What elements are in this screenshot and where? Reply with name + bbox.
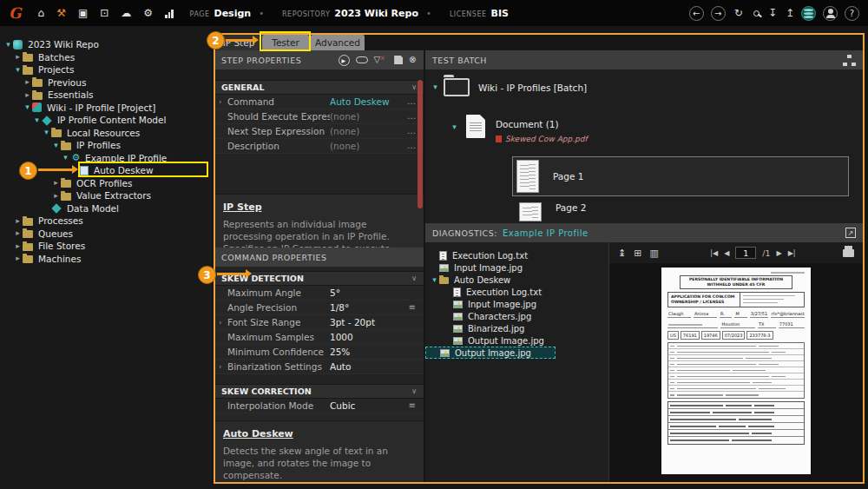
expander-icon[interactable]: ▾ [431, 83, 440, 91]
property-row-description[interactable]: Description (none) … [214, 139, 424, 154]
property-row-angle-precision[interactable]: Angle Precision 1/8° ≡ [214, 301, 424, 315]
property-value[interactable]: (none) [330, 141, 407, 151]
diag-file-characters[interactable]: Characters.jpg [425, 310, 608, 322]
expander-icon[interactable]: ▾ [450, 123, 459, 131]
ellipsis-icon[interactable]: … [407, 127, 416, 135]
property-value[interactable]: 25% [330, 347, 416, 357]
cloud-icon[interactable]: ☁ [121, 8, 131, 18]
tree-node-queues[interactable]: ▸ Queues [0, 228, 212, 241]
expander-icon[interactable]: ▸ [13, 254, 23, 262]
cancel-icon[interactable]: ⊗ [409, 56, 417, 64]
back-icon[interactable]: ← [689, 6, 704, 21]
property-value[interactable]: (none) [330, 111, 407, 122]
machines-icon[interactable]: ⚙ [143, 8, 153, 18]
upload-icon[interactable]: ↥ [786, 8, 794, 18]
group-general[interactable]: GENERAL ∨ [214, 80, 424, 95]
expander-icon[interactable]: ▾ [32, 116, 42, 124]
open-external-icon[interactable]: ↗ [845, 228, 856, 238]
forward-icon[interactable]: → [711, 6, 726, 21]
expander-icon[interactable]: ▾ [61, 154, 70, 162]
property-value[interactable]: 3pt - 20pt [330, 317, 416, 327]
expander-icon[interactable]: ▾ [42, 129, 51, 136]
page-2-item[interactable]: Page 2 [516, 202, 849, 223]
ellipsis-icon[interactable]: … [407, 112, 416, 121]
expander-icon[interactable]: ▸ [13, 217, 23, 225]
expander-icon[interactable]: ▸ [13, 229, 23, 237]
expander-icon[interactable]: ▾ [23, 103, 32, 111]
expander-icon[interactable]: ▸ [13, 53, 23, 61]
download-icon[interactable]: ↧ [768, 8, 777, 18]
next-page-icon[interactable]: ▶ [777, 249, 782, 257]
tree-node-local-resources[interactable]: ▾ Local Resources [0, 127, 212, 140]
expander-icon[interactable]: ▸ [13, 242, 23, 250]
stats-icon[interactable] [165, 9, 174, 18]
print-icon[interactable] [843, 249, 854, 257]
batch-root-node[interactable]: ▾ Wiki - IP Profiles [Batch] [431, 78, 587, 96]
expander-icon[interactable]: ▾ [430, 276, 439, 284]
page-1-item[interactable]: Page 1 [512, 156, 849, 196]
property-row-interpolation-mode[interactable]: Interpolation Mode Cubic ≡ [214, 399, 424, 413]
tab-tester[interactable]: Tester [262, 35, 309, 50]
previous-page-icon[interactable]: ◀ [724, 249, 729, 257]
property-value[interactable]: Auto [330, 361, 416, 372]
expander-icon[interactable]: ▸ [51, 179, 61, 187]
tree-node-wiki-ip-profile-project[interactable]: ▾ Wiki - IP Profile [Project] [0, 102, 212, 115]
last-page-icon[interactable]: ▶| [788, 249, 796, 257]
property-row-command[interactable]: › Command Auto Deskew … [214, 95, 424, 109]
tree-node-essentials[interactable]: ▸ Essentials [0, 89, 212, 102]
imports-icon[interactable]: ⊡ [100, 8, 108, 18]
vertical-scrollbar[interactable] [418, 80, 423, 208]
tree-node-previous[interactable]: ▸ Previous [0, 76, 212, 89]
tree-node-ip-profiles[interactable]: ▾ IP Profiles [0, 139, 212, 152]
expander-icon[interactable]: ▾ [3, 41, 13, 49]
run-step-icon[interactable]: ▶ [339, 55, 350, 66]
pages-view-icon[interactable]: ▥ [649, 248, 658, 258]
diag-file-input-image-2[interactable]: Input Image.jpg [425, 298, 608, 310]
preview-toggle-icon[interactable] [356, 56, 368, 63]
tree-node-projects[interactable]: ▾ Projects [0, 63, 212, 76]
hierarchy-view-icon[interactable] [843, 55, 856, 66]
viewer-canvas[interactable]: PERSONALLY IDENTIFIABLE INFORMATION WITH… [609, 263, 863, 483]
tree-node-processes[interactable]: ▸ Processes [0, 215, 212, 228]
diag-file-execution-log[interactable]: Execution Log.txt [425, 249, 608, 261]
tab-advanced[interactable]: Advanced [311, 35, 365, 50]
diag-file-execution-log-2[interactable]: Execution Log.txt [425, 286, 608, 298]
property-value[interactable]: Cubic [330, 400, 409, 411]
property-value[interactable]: 1/8° [330, 302, 409, 313]
property-row-maximum-angle[interactable]: Maximum Angle 5° [214, 286, 424, 301]
property-row-should-execute[interactable]: Should Execute Expression (none) … [214, 109, 424, 124]
tree-node-batches[interactable]: ▸ Batches [0, 51, 212, 64]
tree-node-file-stores[interactable]: ▸ File Stores [0, 240, 212, 253]
diag-folder-auto-deskew[interactable]: ▾ Auto Deskew [425, 274, 608, 286]
property-row-maximum-samples[interactable]: Maximum Samples 1000 [214, 330, 424, 345]
ellipsis-icon[interactable]: … [407, 142, 416, 150]
ellipsis-icon[interactable]: … [407, 97, 416, 106]
expander-icon[interactable]: ▸ [23, 91, 32, 99]
group-skew-correction[interactable]: SKEW CORRECTION ∨ [214, 384, 424, 399]
help-icon[interactable]: ? [845, 6, 859, 21]
diag-file-output-image-selected[interactable]: Output Image.jpg [425, 347, 556, 359]
diag-file-input-image[interactable]: Input Image.jpg [425, 261, 608, 274]
diag-file-binarized[interactable]: Binarized.jpg [425, 322, 608, 334]
search-icon[interactable] [753, 10, 760, 17]
batch-document-node[interactable]: ▾ Document (1) Skewed Cow App.pdf [450, 115, 588, 143]
diag-file-output-image-2[interactable]: Output Image.jpg [425, 334, 608, 347]
database-icon[interactable] [801, 6, 816, 21]
tree-node-machines[interactable]: ▸ Machines [0, 253, 212, 266]
property-row-next-step[interactable]: Next Step Expression (none) … [214, 124, 424, 139]
menu-icon[interactable]: ≡ [409, 303, 416, 312]
page-number-input[interactable]: 1 [735, 247, 756, 259]
property-value[interactable]: Auto Deskew [330, 96, 407, 107]
design-tools-icon[interactable]: ⚒ [56, 8, 66, 18]
expander-icon[interactable]: ▾ [13, 66, 23, 74]
first-page-icon[interactable]: |◀ [710, 249, 718, 257]
tree-node-data-model[interactable]: Data Model [0, 202, 212, 215]
account-icon[interactable] [823, 6, 838, 21]
expander-icon[interactable]: ▸ [23, 78, 32, 86]
property-row-font-size-range[interactable]: › Font Size Range 3pt - 20pt [214, 315, 424, 330]
batches-icon[interactable]: ▣ [78, 8, 88, 18]
expander-icon[interactable]: ▸ [51, 192, 61, 200]
property-row-binarization-settings[interactable]: › Binarization Settings Auto [214, 360, 424, 374]
profile-link[interactable]: Example IP Profile [503, 228, 589, 238]
zoom-region-icon[interactable]: ⊞ [634, 248, 641, 258]
